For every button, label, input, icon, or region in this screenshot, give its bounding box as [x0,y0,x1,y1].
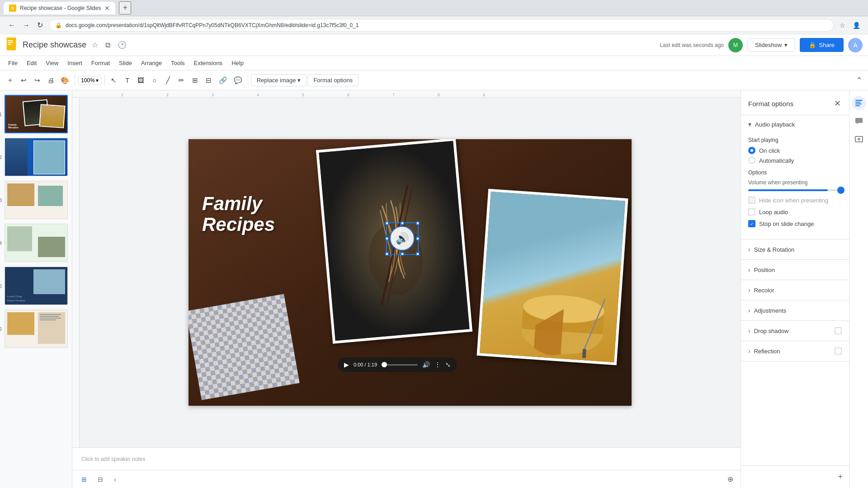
address-bar[interactable]: 🔒 docs.google.com/presentation/d/1spQltW… [49,19,834,32]
speaker-notes-placeholder[interactable]: Click to add speaker notes [81,456,145,462]
slide-canvas[interactable]: Family Recipes [189,139,632,406]
toolbar-paint-button[interactable]: 🎨 [58,74,72,87]
new-tab-button[interactable]: + [119,1,131,14]
hide-icon-checkbox[interactable] [748,197,755,204]
menu-help[interactable]: Help [227,58,248,68]
slide-img-5: Lunch ChopPeach Fondue [5,267,68,305]
recolor-section[interactable]: › Recolor [741,280,849,300]
present-button[interactable]: ⊕ [726,473,735,485]
menu-arrange[interactable]: Arrange [137,58,166,68]
history-button[interactable]: 🕐 [116,39,128,51]
browser-chrome: S Recipe showcase - Google Slides ✕ + [0,0,868,16]
radio-on-click-circle[interactable] [748,147,755,154]
expand-panel-button[interactable]: + [835,469,845,484]
audio-fullscreen-button[interactable]: ⤡ [445,361,451,368]
toolbar-pen-button[interactable]: ✏ [175,74,188,87]
drop-shadow-checkbox[interactable] [835,327,842,334]
toolbar-cursor-button[interactable]: ↖ [108,74,120,87]
toolbar-shape-button[interactable]: ○ [148,74,161,87]
audio-controls-bar[interactable]: ▶ 0:00 / 1:19 🔊 ⋮ ⤡ [338,357,457,372]
drop-shadow-section[interactable]: › Drop shadow [741,321,849,341]
food-photo-pie[interactable] [476,189,628,366]
toolbar-print-button[interactable]: 🖨 [44,74,57,87]
sidebar-format-button[interactable] [852,96,866,110]
slide-thumb-4[interactable]: 4 [4,223,68,263]
audio-volume-button[interactable]: 🔊 [422,361,430,368]
slideshow-button[interactable]: Slideshow ▾ [747,38,795,52]
radio-on-click[interactable]: On click [748,147,842,154]
radio-automatically-circle[interactable] [748,157,755,164]
toolbar-comment-button[interactable]: 💬 [231,74,245,87]
size-rotation-section[interactable]: › Size & Rotation [741,239,849,260]
grid-view-button[interactable]: ⊟ [94,474,107,485]
close-tab-button[interactable]: ✕ [104,5,110,12]
menu-view[interactable]: View [41,58,63,68]
audio-play-button[interactable]: ▶ [344,361,349,368]
slide-thumb-5[interactable]: 5 Lunch ChopPeach Fondue [4,266,68,306]
stop-slide-checkbox[interactable]: ✓ [748,220,755,227]
star-button[interactable]: ☆ [90,39,100,51]
move-button[interactable]: ⧉ [104,39,112,51]
share-button[interactable]: 🔒 Share [800,38,844,52]
share-lock-icon: 🔒 [809,42,816,48]
adjustments-section[interactable]: › Adjustments [741,300,849,321]
reflection-checkbox[interactable] [835,347,842,355]
sidebar-slideshow-button[interactable] [852,132,866,146]
toolbar-table-button[interactable]: ⊟ [203,74,215,87]
checkbox-loop-audio[interactable]: Loop audio [748,208,842,216]
bookmark-button[interactable]: ☆ [837,20,848,30]
format-panel-close-button[interactable]: ✕ [833,98,842,109]
volume-slider-thumb[interactable] [837,187,844,194]
toolbar-link-button[interactable]: 🔗 [216,74,230,87]
slide-title: Family Recipes [202,193,275,235]
collapse-panel-button[interactable]: ‹ [110,474,120,485]
canvas-content[interactable]: Family Recipes [80,98,741,447]
title-actions: ☆ ⧉ 🕐 [90,39,128,51]
menu-edit[interactable]: Edit [22,58,41,68]
toolbar-zoom[interactable]: 100% ▾ [78,76,102,85]
menu-format[interactable]: Format [87,58,114,68]
slide-thumb-6[interactable]: 6 [4,309,68,349]
toolbar-line-button[interactable]: ╱ [162,74,175,87]
replace-image-button[interactable]: Replace image ▾ [251,74,307,86]
audio-icon[interactable]: 🔊 [390,226,415,251]
slide-thumb-1[interactable]: 1 FamilyRecipes [4,94,68,134]
toolbar-undo-button[interactable]: ↩ [17,74,30,87]
toolbar-image-button[interactable]: 🖼 [135,74,147,87]
menu-file[interactable]: File [4,58,22,68]
reload-button[interactable]: ↻ [34,19,46,31]
collaborator-avatar[interactable]: M [728,38,743,52]
slide-thumb-2[interactable]: 2 [4,137,68,177]
radio-automatically[interactable]: Automatically [748,157,842,164]
back-button[interactable]: ← [5,19,18,31]
toolbar-add-button[interactable]: ＋ [4,74,16,87]
speaker-notes[interactable]: Click to add speaker notes [72,447,741,470]
reflection-section[interactable]: › Reflection [741,341,849,361]
account-button[interactable]: 👤 [850,20,863,30]
position-section[interactable]: › Position [741,260,849,280]
user-avatar[interactable]: A [848,38,863,52]
forward-button[interactable]: → [20,19,33,31]
audio-progress-thumb[interactable] [382,362,387,367]
menu-slide[interactable]: Slide [114,58,137,68]
toolbar-redo-button[interactable]: ↪ [31,74,43,87]
checkbox-stop-slide[interactable]: ✓ Stop on slide change [748,220,842,227]
audio-playback-header[interactable]: ▾ Audio playback [741,115,849,133]
audio-more-button[interactable]: ⋮ [434,361,441,368]
menu-insert[interactable]: Insert [63,58,87,68]
toolbar-textbox-button[interactable]: T [121,74,134,87]
loop-audio-checkbox[interactable] [748,208,755,216]
collapse-toolbar-button[interactable]: ⌃ [854,74,864,87]
filmstrip-view-button[interactable]: ⊞ [78,474,90,485]
volume-slider-track[interactable] [748,189,842,191]
sidebar-comments-button[interactable] [852,114,866,128]
format-options-button[interactable]: Format options [307,74,359,86]
slide-thumb-3[interactable]: 3 [4,180,68,220]
audio-element-wrapper[interactable]: 🔊 [390,226,415,251]
audio-progress-bar[interactable] [382,364,418,366]
menu-tools[interactable]: Tools [166,58,189,68]
menu-extensions[interactable]: Extensions [189,58,227,68]
toolbar-layout-button[interactable]: ⊞ [189,74,202,87]
browser-tab[interactable]: S Recipe showcase - Google Slides ✕ [4,2,115,14]
checkbox-hide-icon[interactable]: Hide icon when presenting [748,197,842,204]
